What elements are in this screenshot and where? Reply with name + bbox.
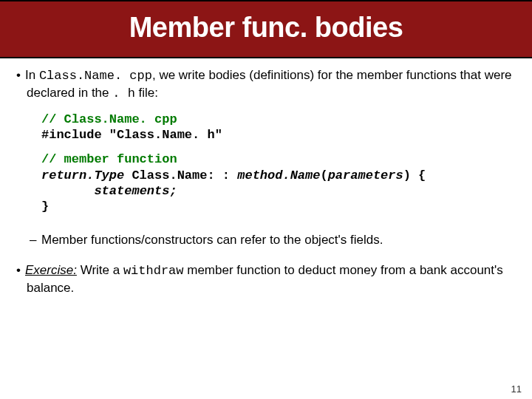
code-method-name: method.Name bbox=[237, 168, 320, 183]
main-bullet: •In Class.Name. cpp, we write bodies (de… bbox=[16, 67, 516, 103]
code-brace-close: } bbox=[41, 200, 49, 214]
code-return-type: return.Type bbox=[41, 168, 124, 183]
code-include: #include "Class.Name. h" bbox=[41, 128, 222, 142]
code-block-method: // member function return.Type Class.Nam… bbox=[16, 147, 516, 219]
code-classname: Class.Name: : bbox=[124, 168, 237, 183]
sub-bullet-dash: – bbox=[30, 232, 41, 249]
slide-content: •In Class.Name. cpp, we write bodies (de… bbox=[0, 58, 532, 297]
code-comment-1: // Class.Name. cpp bbox=[41, 112, 177, 126]
code-block-include: // Class.Name. cpp #include "Class.Name.… bbox=[16, 107, 516, 148]
slide-title: Member func. bodies bbox=[0, 12, 532, 44]
exercise-pre: Write a bbox=[77, 263, 123, 277]
filename-h: . h bbox=[112, 86, 135, 100]
code-paren-open: ( bbox=[320, 168, 327, 183]
code-params: parameters bbox=[328, 168, 403, 183]
exercise-fn: withdraw bbox=[123, 264, 184, 278]
slide-title-bar: Member func. bodies bbox=[0, 0, 532, 58]
code-statements: statements; bbox=[94, 184, 177, 198]
bullet-dot: • bbox=[16, 67, 25, 84]
exercise-bullet: •Exercise: Write a withdraw member funct… bbox=[16, 262, 516, 297]
sub-bullet: –Member functions/constructors can refer… bbox=[16, 232, 516, 249]
bullet-text-pre: In bbox=[25, 68, 39, 82]
code-paren-close: ) { bbox=[403, 168, 426, 183]
page-number: 11 bbox=[511, 383, 522, 395]
code-comment-2: // member function bbox=[41, 152, 177, 166]
bullet-text-post: file: bbox=[135, 86, 158, 100]
code-indent bbox=[41, 184, 94, 198]
sub-bullet-text: Member functions/constructors can refer … bbox=[41, 233, 383, 247]
exercise-label: Exercise: bbox=[25, 263, 77, 277]
bullet-dot: • bbox=[16, 262, 25, 279]
filename-cpp: Class.Name. cpp bbox=[39, 69, 152, 83]
